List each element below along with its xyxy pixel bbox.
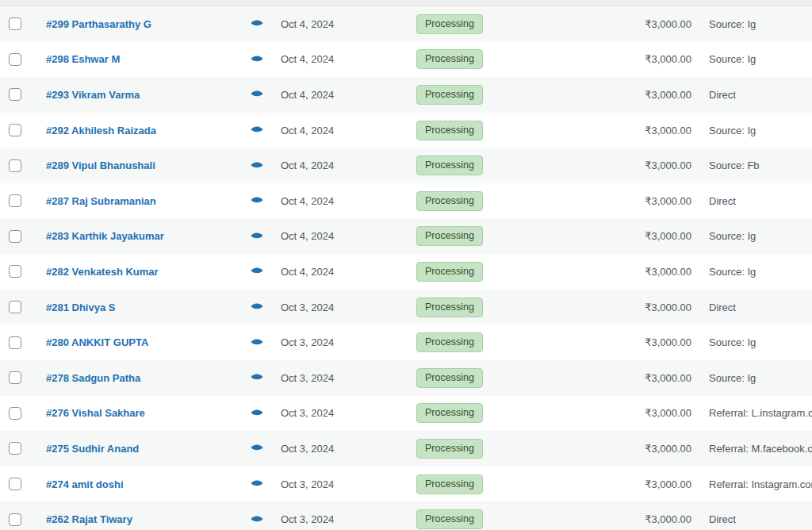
- checkbox-cell: [0, 336, 38, 349]
- status-badge: Processing: [416, 121, 483, 140]
- preview-cell: [244, 516, 270, 524]
- order-total: ₹3,000.00: [508, 18, 698, 30]
- table-row: #275 Sudhir Anand Oct 3, 2024 Processing…: [0, 431, 812, 467]
- eye-icon[interactable]: [251, 197, 263, 205]
- eye-icon[interactable]: [251, 303, 263, 311]
- row-checkbox[interactable]: [9, 478, 21, 490]
- status-badge: Processing: [416, 85, 483, 105]
- order-origin: Direct: [698, 195, 812, 207]
- preview-cell: [244, 197, 270, 205]
- order-origin: Source: Ig: [698, 125, 812, 136]
- order-link[interactable]: #298 Eshwar M: [46, 53, 120, 65]
- status-cell: Processing: [416, 156, 508, 175]
- order-date: Oct 4, 2024: [270, 18, 416, 30]
- order-link[interactable]: #280 ANKKIT GUPTA: [46, 336, 148, 348]
- status-badge: Processing: [416, 49, 483, 69]
- row-checkbox[interactable]: [9, 513, 21, 526]
- row-checkbox[interactable]: [9, 17, 21, 30]
- order-cell: #281 Dhivya S: [38, 301, 244, 313]
- order-link[interactable]: #282 Venkatesh Kumar: [46, 266, 159, 278]
- table-row: #274 amit doshi Oct 3, 2024 Processing ₹…: [0, 467, 812, 502]
- table-row: #280 ANKKIT GUPTA Oct 3, 2024 Processing…: [0, 325, 812, 360]
- order-link[interactable]: #293 Vikram Varma: [46, 89, 140, 101]
- order-date: Oct 4, 2024: [270, 159, 416, 171]
- order-origin: Source: Fb: [698, 159, 812, 171]
- order-origin: Source: Ig: [698, 18, 812, 30]
- preview-cell: [244, 20, 270, 28]
- checkbox-cell: [0, 371, 38, 384]
- order-link[interactable]: #262 Rajat Tiwary: [46, 513, 132, 525]
- order-origin: Referral: M.facebook.com: [698, 443, 812, 455]
- eye-icon[interactable]: [251, 90, 263, 98]
- status-badge: Processing: [416, 509, 483, 529]
- row-checkbox[interactable]: [9, 301, 21, 313]
- order-link[interactable]: #276 Vishal Sakhare: [46, 407, 145, 419]
- order-link[interactable]: #278 Sadgun Patha: [46, 372, 140, 384]
- row-checkbox[interactable]: [9, 159, 21, 172]
- status-badge: Processing: [416, 298, 483, 317]
- eye-icon[interactable]: [251, 56, 263, 63]
- eye-icon[interactable]: [251, 339, 263, 347]
- order-total: ₹3,000.00: [508, 266, 698, 278]
- row-checkbox[interactable]: [9, 265, 21, 278]
- row-checkbox[interactable]: [9, 53, 21, 66]
- row-checkbox[interactable]: [9, 194, 21, 207]
- row-checkbox[interactable]: [9, 371, 21, 384]
- order-link[interactable]: #292 Akhilesh Raizada: [46, 125, 156, 136]
- eye-icon[interactable]: [251, 516, 263, 524]
- order-link[interactable]: #287 Raj Subramanian: [46, 195, 156, 207]
- eye-icon[interactable]: [251, 232, 263, 240]
- eye-icon[interactable]: [251, 409, 263, 417]
- order-cell: #293 Vikram Varma: [38, 89, 244, 101]
- order-link[interactable]: #289 Vipul Bhanushali: [46, 159, 155, 171]
- table-row: #282 Venkatesh Kumar Oct 4, 2024 Process…: [0, 254, 812, 290]
- row-checkbox[interactable]: [9, 442, 21, 455]
- status-cell: Processing: [416, 14, 508, 34]
- eye-icon[interactable]: [251, 267, 263, 275]
- previous-row-edge: [0, 0, 812, 6]
- preview-cell: [244, 232, 270, 240]
- preview-cell: [244, 90, 270, 98]
- row-checkbox[interactable]: [9, 88, 21, 101]
- order-total: ₹3,000.00: [508, 407, 698, 419]
- preview-cell: [244, 303, 270, 311]
- order-total: ₹3,000.00: [508, 125, 698, 136]
- checkbox-cell: [0, 194, 38, 207]
- eye-icon[interactable]: [251, 374, 263, 382]
- order-date: Oct 4, 2024: [270, 89, 416, 101]
- table-row: #276 Vishal Sakhare Oct 3, 2024 Processi…: [0, 396, 812, 432]
- status-badge: Processing: [416, 262, 483, 282]
- row-checkbox[interactable]: [9, 230, 21, 243]
- order-cell: #299 Parthasarathy G: [38, 18, 244, 30]
- eye-icon[interactable]: [251, 444, 263, 452]
- status-cell: Processing: [416, 298, 508, 317]
- checkbox-cell: [0, 159, 38, 172]
- row-checkbox[interactable]: [9, 124, 21, 136]
- row-checkbox[interactable]: [9, 407, 21, 420]
- order-link[interactable]: #299 Parthasarathy G: [46, 18, 151, 30]
- order-link[interactable]: #283 Karthik Jayakumar: [46, 230, 164, 242]
- status-cell: Processing: [416, 403, 508, 423]
- order-link[interactable]: #281 Dhivya S: [46, 301, 115, 313]
- order-total: ₹3,000.00: [508, 443, 698, 455]
- eye-icon[interactable]: [251, 126, 263, 134]
- orders-rows: #299 Parthasarathy G Oct 4, 2024 Process…: [0, 6, 812, 530]
- order-cell: #274 amit doshi: [38, 478, 244, 490]
- status-cell: Processing: [416, 509, 508, 529]
- order-total: ₹3,000.00: [508, 53, 698, 65]
- status-badge: Processing: [416, 226, 483, 246]
- order-date: Oct 4, 2024: [270, 53, 416, 65]
- row-checkbox[interactable]: [9, 336, 21, 349]
- eye-icon[interactable]: [251, 480, 263, 488]
- table-row: #281 Dhivya S Oct 3, 2024 Processing ₹3,…: [0, 290, 812, 325]
- order-date: Oct 3, 2024: [270, 443, 416, 455]
- order-link[interactable]: #274 amit doshi: [46, 478, 124, 490]
- order-date: Oct 3, 2024: [270, 513, 416, 525]
- order-origin: Referral: L.instagram.com: [698, 407, 812, 419]
- eye-icon[interactable]: [251, 162, 263, 170]
- table-row: #278 Sadgun Patha Oct 3, 2024 Processing…: [0, 360, 812, 396]
- order-link[interactable]: #275 Sudhir Anand: [46, 443, 139, 455]
- status-cell: Processing: [416, 85, 508, 105]
- order-total: ₹3,000.00: [508, 89, 698, 101]
- eye-icon[interactable]: [251, 20, 263, 28]
